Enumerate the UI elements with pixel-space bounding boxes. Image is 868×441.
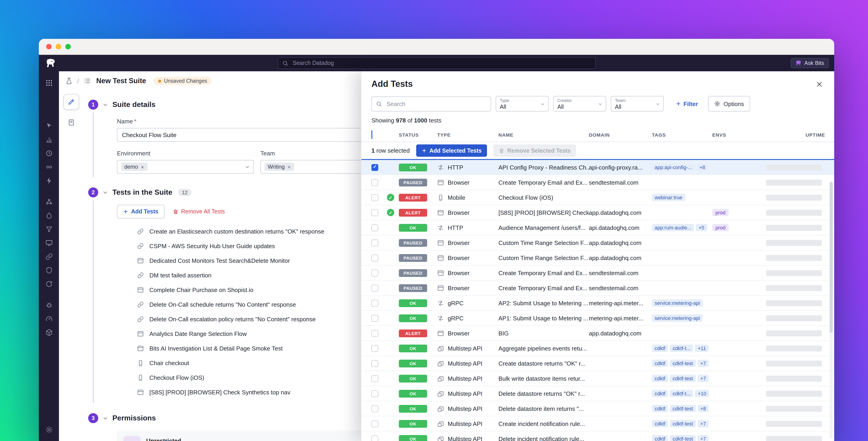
row-checkbox[interactable] [371,345,378,352]
sidebar-item-infinity[interactable] [42,160,56,174]
row-checkbox[interactable] [371,435,378,441]
scrollbar-track[interactable] [830,181,833,439]
select-all-checkbox[interactable] [371,130,372,139]
test-row[interactable]: PAUSEDBrowserCustom Time Range Selection… [361,235,834,251]
sidebar-item-security-drop[interactable] [42,208,56,222]
row-checkbox[interactable] [371,254,378,261]
remove-tag-icon[interactable] [287,164,291,170]
sidebar-item-bug[interactable] [42,298,56,312]
sidebar-item-gauge[interactable] [42,312,56,325]
test-search[interactable] [371,96,491,111]
test-row[interactable]: OKgRPCAP2: Submit Usage to Metering ...m… [361,296,834,311]
scrollbar-thumb[interactable] [830,182,833,333]
uptime-bar [766,164,822,170]
creator-filter-select[interactable]: Creator All [553,96,606,112]
sidebar-item-pipelines[interactable] [42,222,56,236]
sidebar-item-link[interactable] [42,249,56,263]
add-selected-tests-button[interactable]: Add Selected Tests [416,144,487,157]
zoom-window-button[interactable] [65,44,71,49]
column-header-domain[interactable]: DOMAIN [589,132,652,138]
test-row[interactable]: ALERTBrowserBIGapp.datadoghq.com [361,326,834,341]
sidebar-item-watchdog[interactable] [42,146,56,160]
test-row[interactable]: OKMultistep APIDelete datastore returns … [361,386,834,401]
environment-select[interactable]: demo [117,160,254,174]
ask-bits-button[interactable]: Ask Bits [790,58,829,68]
sidebar-item-refresh[interactable] [42,277,56,291]
test-row[interactable]: OKHTTPAudience Management /users/f...api… [361,220,834,235]
column-header-status[interactable]: STATUS [399,132,437,138]
link-icon [45,253,53,260]
test-row[interactable]: PAUSEDBrowserCustom Time Range Selection… [361,251,834,266]
row-checkbox[interactable] [371,299,378,306]
chevron-down-icon[interactable] [102,189,108,195]
tab-edit-suite[interactable] [63,94,79,110]
chevron-down-icon[interactable] [102,102,108,108]
test-search-input[interactable] [385,100,487,108]
test-row[interactable]: PAUSEDBrowserCreate Temporary Email and … [361,175,834,190]
remove-tag-icon[interactable] [141,164,144,170]
row-checkbox[interactable] [371,405,378,412]
row-checkbox[interactable] [371,224,378,231]
remove-all-tests-button[interactable]: Remove All Tests [173,208,225,215]
test-row[interactable]: PAUSEDBrowserCreate Temporary Email and … [361,266,834,281]
row-checkbox[interactable] [371,315,378,322]
tab-notes[interactable] [64,115,79,130]
row-checkbox[interactable] [371,420,378,427]
global-search[interactable] [278,57,595,69]
row-checkbox[interactable] [371,375,378,382]
row-checkbox[interactable] [371,360,378,367]
row-checkbox[interactable] [371,164,378,171]
test-row[interactable]: ✓ALERTBrowser[S8S] [PROD] [BROWSER] Chec… [361,205,834,220]
link-icon [137,228,144,235]
sidebar-item-package[interactable] [42,325,56,339]
test-row[interactable]: PAUSEDBrowserCreate Temporary Email and … [361,281,834,296]
sidebar-item-shield[interactable] [42,263,56,277]
sidebar-item-settings[interactable] [42,423,56,436]
row-checkbox[interactable] [371,209,378,216]
remove-selected-tests-button[interactable]: Remove Selected Tests [493,144,576,157]
team-filter-select[interactable]: Team All [611,96,664,112]
sidebar-item-bar-chart[interactable] [42,133,56,146]
row-checkbox[interactable] [371,269,378,276]
row-checkbox[interactable] [371,390,378,397]
row-checkbox[interactable] [371,285,378,291]
global-search-input[interactable] [292,59,591,67]
minimize-window-button[interactable] [56,44,61,49]
synthetics-flask-icon[interactable] [65,77,73,85]
test-row[interactable]: ✓ALERTMobileCheckout Flow (iOS)webinar:t… [361,190,834,205]
column-header-name[interactable]: NAME [498,132,589,138]
tag-badge: cdktf-test [670,420,695,427]
row-checkbox[interactable] [371,194,378,201]
test-row[interactable]: OKMultistep APIDelete incident notificat… [361,432,834,441]
add-filter-button[interactable]: Filter [676,100,698,107]
close-window-button[interactable] [46,44,52,49]
test-row[interactable]: OKMultistep APIAggregate pipelines event… [361,341,834,356]
datadog-logo-icon[interactable] [45,58,56,68]
test-row[interactable]: OKgRPCAP1: Submit Usage to Metering ...m… [361,311,834,326]
close-drawer-button[interactable] [813,78,825,90]
sidebar-item-monitor[interactable] [42,236,56,249]
row-checkbox[interactable] [371,179,378,186]
sidebar-item-cursor[interactable] [42,119,56,133]
test-row[interactable]: OKMultistep APICreate incident notificat… [361,416,834,432]
suite-name-input[interactable] [117,128,363,142]
sidebar-item-bolt[interactable] [42,174,56,187]
test-row[interactable]: OKMultistep APIBulk write datastore item… [361,371,834,386]
sidebar-item-apps-grid[interactable] [42,76,56,90]
row-checkbox[interactable] [371,239,378,246]
column-header-uptime[interactable]: UPTIME [806,132,825,138]
column-header-envs[interactable]: ENVS [712,132,766,138]
chevron-down-icon[interactable] [102,415,108,421]
test-row[interactable]: OKMultistep APIDelete datastore item ret… [361,401,834,416]
test-row[interactable]: OKMultistep APICreate datastore returns … [361,356,834,371]
add-tests-button[interactable]: Add Tests [117,205,164,218]
column-header-tags[interactable]: TAGS [652,132,712,138]
sidebar-item-services[interactable] [42,195,56,208]
options-button[interactable]: Options [708,96,750,112]
status-badge: OK [399,405,427,412]
column-header-type[interactable]: TYPE [437,132,498,138]
type-filter-select[interactable]: Type All [496,96,549,112]
drawer-filters: Type All Creator All Team All [361,90,834,112]
row-checkbox[interactable] [371,330,378,336]
test-row[interactable]: OKHTTPAPI Config Proxy - Readiness Ch...… [361,160,834,175]
